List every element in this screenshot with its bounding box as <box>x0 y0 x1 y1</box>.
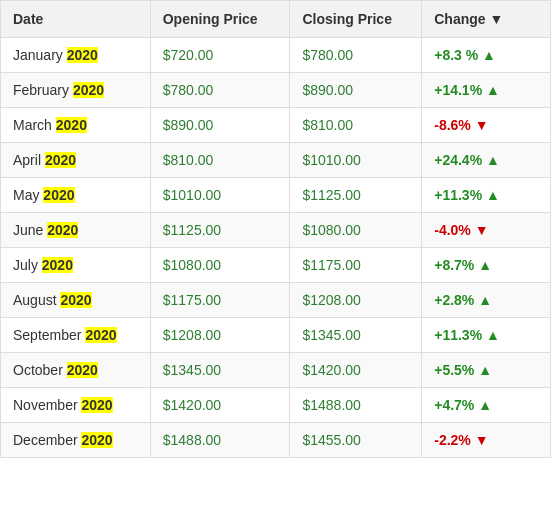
cell-opening-price: $1488.00 <box>150 423 290 458</box>
cell-date: November 2020 <box>1 388 151 423</box>
table-row: March 2020$890.00$810.00-8.6% ▼ <box>1 108 551 143</box>
table-row: December 2020$1488.00$1455.00-2.2% ▼ <box>1 423 551 458</box>
cell-opening-price: $1175.00 <box>150 283 290 318</box>
up-arrow-icon: ▲ <box>482 47 496 63</box>
cell-date: July 2020 <box>1 248 151 283</box>
cell-change: +8.7% ▲ <box>422 248 551 283</box>
price-table: Date Opening Price Closing Price Change … <box>0 0 551 458</box>
down-arrow-icon: ▼ <box>475 432 489 448</box>
change-value: +4.7% ▲ <box>434 397 492 413</box>
cell-closing-price: $1488.00 <box>290 388 422 423</box>
cell-opening-price: $1125.00 <box>150 213 290 248</box>
cell-date: September 2020 <box>1 318 151 353</box>
header-date: Date <box>1 1 151 38</box>
cell-closing-price: $780.00 <box>290 38 422 73</box>
cell-closing-price: $890.00 <box>290 73 422 108</box>
change-value: +14.1% ▲ <box>434 82 500 98</box>
cell-change: +11.3% ▲ <box>422 318 551 353</box>
change-value: +11.3% ▲ <box>434 327 500 343</box>
year-highlight: 2020 <box>81 397 112 413</box>
change-value: +8.7% ▲ <box>434 257 492 273</box>
cell-change: +14.1% ▲ <box>422 73 551 108</box>
cell-change: -2.2% ▼ <box>422 423 551 458</box>
table-row: October 2020$1345.00$1420.00+5.5% ▲ <box>1 353 551 388</box>
year-highlight: 2020 <box>47 222 78 238</box>
change-value: +24.4% ▲ <box>434 152 500 168</box>
cell-date: January 2020 <box>1 38 151 73</box>
cell-opening-price: $1420.00 <box>150 388 290 423</box>
table-row: September 2020$1208.00$1345.00+11.3% ▲ <box>1 318 551 353</box>
cell-date: October 2020 <box>1 353 151 388</box>
cell-change: +11.3% ▲ <box>422 178 551 213</box>
cell-closing-price: $1080.00 <box>290 213 422 248</box>
up-arrow-icon: ▲ <box>478 257 492 273</box>
up-arrow-icon: ▲ <box>486 187 500 203</box>
cell-closing-price: $1345.00 <box>290 318 422 353</box>
year-highlight: 2020 <box>42 257 73 273</box>
change-value: -8.6% ▼ <box>434 117 488 133</box>
cell-opening-price: $890.00 <box>150 108 290 143</box>
header-opening-price: Opening Price <box>150 1 290 38</box>
cell-date: June 2020 <box>1 213 151 248</box>
table-row: August 2020$1175.00$1208.00+2.8% ▲ <box>1 283 551 318</box>
cell-change: -4.0% ▼ <box>422 213 551 248</box>
year-highlight: 2020 <box>73 82 104 98</box>
cell-date: April 2020 <box>1 143 151 178</box>
cell-opening-price: $1345.00 <box>150 353 290 388</box>
year-highlight: 2020 <box>43 187 74 203</box>
cell-change: -8.6% ▼ <box>422 108 551 143</box>
cell-opening-price: $810.00 <box>150 143 290 178</box>
cell-closing-price: $1125.00 <box>290 178 422 213</box>
cell-change: +4.7% ▲ <box>422 388 551 423</box>
cell-date: December 2020 <box>1 423 151 458</box>
year-highlight: 2020 <box>67 362 98 378</box>
change-value: -4.0% ▼ <box>434 222 488 238</box>
year-highlight: 2020 <box>60 292 91 308</box>
change-value: +11.3% ▲ <box>434 187 500 203</box>
table-row: May 2020$1010.00$1125.00+11.3% ▲ <box>1 178 551 213</box>
cell-closing-price: $1175.00 <box>290 248 422 283</box>
cell-date: February 2020 <box>1 73 151 108</box>
cell-opening-price: $1080.00 <box>150 248 290 283</box>
down-arrow-icon: ▼ <box>475 117 489 133</box>
cell-closing-price: $1010.00 <box>290 143 422 178</box>
table-row: June 2020$1125.00$1080.00-4.0% ▼ <box>1 213 551 248</box>
change-value: +8.3 % ▲ <box>434 47 496 63</box>
cell-closing-price: $1420.00 <box>290 353 422 388</box>
cell-date: March 2020 <box>1 108 151 143</box>
year-highlight: 2020 <box>85 327 116 343</box>
cell-opening-price: $1208.00 <box>150 318 290 353</box>
cell-change: +5.5% ▲ <box>422 353 551 388</box>
cell-change: +24.4% ▲ <box>422 143 551 178</box>
table-row: January 2020$720.00$780.00+8.3 % ▲ <box>1 38 551 73</box>
year-highlight: 2020 <box>81 432 112 448</box>
change-value: -2.2% ▼ <box>434 432 488 448</box>
up-arrow-icon: ▲ <box>478 362 492 378</box>
year-highlight: 2020 <box>45 152 76 168</box>
cell-closing-price: $1208.00 <box>290 283 422 318</box>
header-change: Change ▼ <box>422 1 551 38</box>
cell-closing-price: $1455.00 <box>290 423 422 458</box>
table-row: November 2020$1420.00$1488.00+4.7% ▲ <box>1 388 551 423</box>
down-arrow-icon: ▼ <box>475 222 489 238</box>
year-highlight: 2020 <box>67 47 98 63</box>
up-arrow-icon: ▲ <box>486 152 500 168</box>
change-value: +2.8% ▲ <box>434 292 492 308</box>
cell-opening-price: $1010.00 <box>150 178 290 213</box>
up-arrow-icon: ▲ <box>478 397 492 413</box>
header-closing-price: Closing Price <box>290 1 422 38</box>
table-row: July 2020$1080.00$1175.00+8.7% ▲ <box>1 248 551 283</box>
year-highlight: 2020 <box>56 117 87 133</box>
change-value: +5.5% ▲ <box>434 362 492 378</box>
up-arrow-icon: ▲ <box>486 327 500 343</box>
up-arrow-icon: ▲ <box>478 292 492 308</box>
cell-change: +8.3 % ▲ <box>422 38 551 73</box>
up-arrow-icon: ▲ <box>486 82 500 98</box>
table-row: February 2020$780.00$890.00+14.1% ▲ <box>1 73 551 108</box>
table-row: April 2020$810.00$1010.00+24.4% ▲ <box>1 143 551 178</box>
cell-closing-price: $810.00 <box>290 108 422 143</box>
cell-date: August 2020 <box>1 283 151 318</box>
cell-change: +2.8% ▲ <box>422 283 551 318</box>
cell-opening-price: $720.00 <box>150 38 290 73</box>
cell-opening-price: $780.00 <box>150 73 290 108</box>
